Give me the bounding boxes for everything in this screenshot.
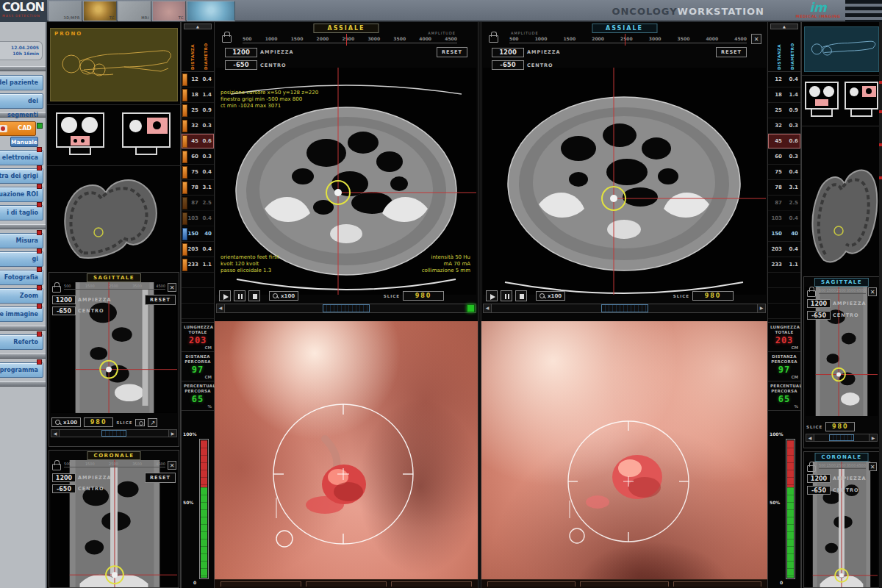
endo-toolbar-slot[interactable] bbox=[391, 581, 472, 587]
close-icon[interactable]: ✕ bbox=[868, 287, 877, 296]
view-title-tab[interactable]: ASSIALE bbox=[592, 24, 657, 33]
cad-finding-row[interactable]: 25 0.9 bbox=[182, 103, 214, 118]
sidebar-button[interactable]: Fotografia bbox=[0, 270, 43, 285]
sidebar-button[interactable]: tra dei grigi bbox=[0, 168, 43, 184]
close-icon[interactable]: ✕ bbox=[168, 283, 176, 292]
play-button[interactable] bbox=[486, 290, 498, 301]
window-center-field[interactable]: -650 bbox=[225, 60, 257, 70]
cad-finding-row[interactable]: 78 3.1 bbox=[182, 180, 214, 196]
reset-button[interactable]: RESET bbox=[145, 295, 176, 305]
reset-button[interactable]: RESET bbox=[145, 473, 176, 483]
cad-finding-row[interactable]: 45 0.6 bbox=[182, 134, 214, 149]
cad-finding-row[interactable]: 103 0.4 bbox=[182, 211, 214, 226]
lock-icon[interactable] bbox=[807, 290, 816, 297]
scroll-left-icon[interactable]: ◀ bbox=[51, 430, 60, 437]
sidebar-button[interactable]: uazione ROI bbox=[0, 187, 43, 202]
endo-toolbar-slot[interactable] bbox=[220, 581, 301, 587]
window-width-field[interactable]: 1200 bbox=[52, 473, 76, 482]
cad-finding-row[interactable]: 12 0.4 bbox=[768, 72, 800, 87]
lock-icon[interactable] bbox=[222, 35, 232, 43]
modality-tab-tc[interactable]: TC bbox=[83, 1, 117, 21]
window-center-field[interactable]: -650 bbox=[807, 486, 831, 495]
view-title-tab[interactable]: ASSIALE bbox=[313, 24, 379, 33]
scrollbar-thumb[interactable] bbox=[829, 434, 854, 441]
stop-button[interactable] bbox=[515, 290, 527, 301]
cad-finding-row[interactable]: 233 1.1 bbox=[768, 257, 800, 273]
slice-scrollbar[interactable]: ◀ ▶ bbox=[483, 304, 766, 313]
cad-finding-row[interactable]: 103 0.4 bbox=[768, 211, 800, 226]
close-icon[interactable]: ✕ bbox=[751, 34, 761, 44]
cad-finding-row[interactable]: 60 0.3 bbox=[768, 149, 800, 165]
ct-axial-image[interactable] bbox=[483, 68, 766, 295]
window-center-field[interactable]: -650 bbox=[52, 484, 76, 493]
slice-scrollbar[interactable]: ◀ ▶ bbox=[216, 304, 476, 313]
ruler-cursor[interactable] bbox=[625, 34, 625, 46]
modality-tab-tc2[interactable]: TC bbox=[152, 1, 186, 21]
cad-finding-row[interactable]: 12 0.4 bbox=[182, 72, 214, 87]
sidebar-button[interactable]: i di taglio bbox=[0, 205, 43, 220]
pause-button[interactable] bbox=[501, 290, 512, 301]
export-icon[interactable]: ↗ bbox=[148, 418, 157, 427]
play-button[interactable] bbox=[219, 290, 231, 301]
view-title-tab[interactable]: SAGITTALE bbox=[814, 278, 869, 287]
scrollbar-thumb[interactable] bbox=[101, 430, 126, 437]
endo-toolbar-slot[interactable] bbox=[673, 581, 761, 587]
sidebar-button[interactable]: programma bbox=[0, 362, 43, 378]
colon-map-prone[interactable] bbox=[47, 168, 181, 270]
cad-finding-row[interactable]: 87 2.5 bbox=[768, 196, 800, 211]
cad-finding-row[interactable]: 25 0.9 bbox=[768, 103, 800, 118]
cad-finding-row[interactable]: 60 0.3 bbox=[182, 149, 214, 165]
monitor-layout-2[interactable] bbox=[845, 82, 878, 110]
cad-finding-row[interactable]: 75 0.4 bbox=[768, 165, 800, 180]
slice-number-field[interactable]: 980 bbox=[692, 291, 734, 301]
window-center-field[interactable]: -650 bbox=[807, 311, 831, 320]
endo-toolbar-slot[interactable] bbox=[306, 581, 387, 587]
window-width-field[interactable]: 1200 bbox=[807, 474, 831, 483]
window-ruler[interactable]: 5001500250035004500 bbox=[819, 463, 866, 469]
slice-scrollbar[interactable]: ◀ ▶ bbox=[806, 434, 878, 442]
scrollbar-thumb[interactable] bbox=[601, 304, 648, 312]
camera-icon[interactable] bbox=[135, 419, 145, 426]
slice-number-field[interactable]: 980 bbox=[84, 417, 113, 427]
modality-tab-mri[interactable]: MRI bbox=[118, 1, 151, 21]
monitor-layout-1[interactable] bbox=[56, 112, 104, 148]
sidebar-button[interactable]: Referto bbox=[0, 334, 43, 350]
cad-finding-row[interactable]: 150 40 bbox=[182, 226, 214, 242]
cad-finding-row[interactable]: 75 0.4 bbox=[182, 165, 214, 180]
cad-finding-row[interactable]: 87 2.5 bbox=[182, 196, 214, 211]
pause-button[interactable] bbox=[234, 290, 245, 301]
amplitude-ruler[interactable]: 50010001500200025003000350040004500 bbox=[243, 36, 457, 43]
view-title-tab[interactable]: SAGITTALE bbox=[87, 273, 141, 282]
modality-tab-extra[interactable] bbox=[187, 1, 235, 21]
lock-icon[interactable] bbox=[807, 465, 816, 472]
view-title-tab[interactable]: CORONALE bbox=[815, 453, 869, 462]
cad-finding-row[interactable]: 233 1.1 bbox=[182, 257, 214, 273]
lock-icon[interactable] bbox=[52, 286, 61, 293]
window-center-field[interactable]: -650 bbox=[492, 60, 524, 70]
monitor-layout-2[interactable] bbox=[122, 112, 171, 148]
lock-icon[interactable] bbox=[52, 464, 61, 470]
sidebar-button[interactable]: dei segmenti bbox=[0, 93, 43, 109]
slice-number-field[interactable]: 980 bbox=[825, 422, 855, 431]
zoom-factor-button[interactable]: x100 bbox=[51, 417, 81, 427]
monitor-layout-1[interactable] bbox=[805, 82, 839, 110]
collapse-arrow-icon[interactable]: ▲ bbox=[184, 24, 212, 29]
cad-finding-row[interactable]: 18 1.4 bbox=[768, 87, 800, 103]
cad-finding-row[interactable]: 78 3.1 bbox=[768, 180, 800, 196]
cad-finding-row[interactable]: 203 0.4 bbox=[182, 242, 214, 257]
cad-button[interactable]: CAD bbox=[0, 121, 36, 136]
sidebar-button[interactable]: gi marcatura bbox=[0, 251, 43, 267]
window-center-field[interactable]: -650 bbox=[52, 306, 76, 315]
view-title-tab[interactable]: CORONALE bbox=[87, 451, 141, 460]
cad-finding-row[interactable]: 32 0.3 bbox=[768, 118, 800, 134]
cad-finding-row[interactable]: 203 0.4 bbox=[768, 242, 800, 257]
window-ruler[interactable]: 5001500250035004500 bbox=[64, 284, 165, 290]
slice-number-field[interactable]: 980 bbox=[403, 291, 444, 301]
scroll-left-icon[interactable]: ◀ bbox=[806, 434, 814, 441]
scroll-right-icon[interactable]: ▶ bbox=[869, 434, 877, 441]
scroll-left-icon[interactable]: ◀ bbox=[484, 304, 492, 312]
window-width-field[interactable]: 1200 bbox=[225, 48, 257, 57]
cad-finding-row[interactable]: 32 0.3 bbox=[182, 118, 214, 134]
window-width-field[interactable]: 1200 bbox=[807, 299, 831, 308]
close-icon[interactable]: ✕ bbox=[868, 462, 877, 471]
